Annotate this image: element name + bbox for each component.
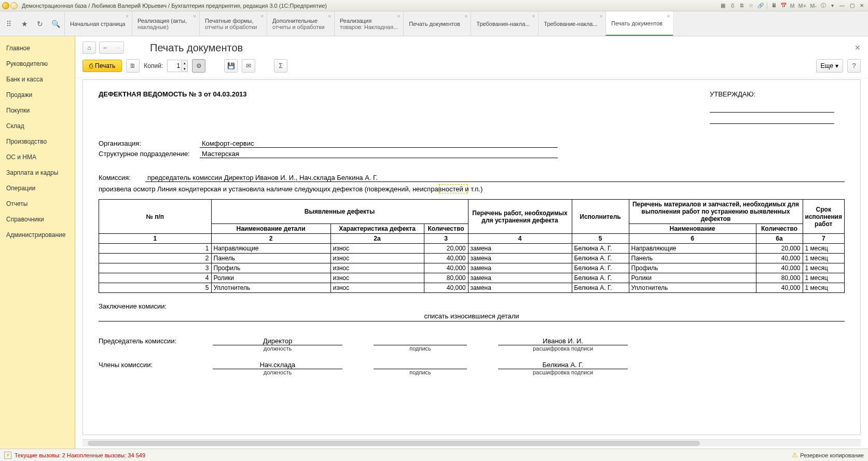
org-value: Комфорт-сервис bbox=[200, 139, 558, 148]
horizontal-scrollbar[interactable] bbox=[82, 439, 861, 446]
examined-text: произвела осмотр Линия кондитерская и ус… bbox=[99, 185, 845, 193]
conclusion-value: списать износившиеся детали bbox=[99, 312, 845, 322]
dep-value: Мастерская bbox=[200, 150, 558, 158]
sidebar-item[interactable]: Операции bbox=[0, 180, 75, 196]
window-title: Демонстрационная база / Любимов Валерий … bbox=[22, 3, 719, 9]
toolbar: ⎙Печать 🗎 Копий: ▲▼ ⚙ 💾 ✉ Σ Еще▾ ? bbox=[75, 56, 868, 78]
preview-button[interactable]: 🗎 bbox=[126, 59, 140, 73]
tabbar: ⠿ ★ ↻ 🔍 ×Начальная страница×Реализация (… bbox=[0, 11, 868, 36]
search-icon[interactable]: 🔍 bbox=[51, 19, 60, 29]
printer-icon: ⎙ bbox=[89, 62, 93, 69]
sum-button[interactable]: Σ bbox=[274, 59, 287, 73]
info-icon[interactable]: ⓘ bbox=[819, 2, 827, 9]
history-icon[interactable]: ↻ bbox=[35, 19, 45, 29]
sidebar-item[interactable]: Производство bbox=[0, 134, 75, 149]
close-page-icon[interactable]: ✕ bbox=[855, 44, 861, 52]
email-button[interactable]: ✉ bbox=[242, 59, 255, 73]
print-button[interactable]: ⎙Печать bbox=[82, 60, 122, 72]
tab-close-icon[interactable]: × bbox=[328, 13, 331, 19]
spin-up[interactable]: ▲ bbox=[181, 60, 187, 66]
table-row: 2Панельизнос40,000заменаБелкина А. Г.Пан… bbox=[99, 254, 845, 263]
star-icon[interactable]: ☆ bbox=[747, 2, 755, 9]
tab[interactable]: ×Реализациятоваров: Накладная... bbox=[334, 11, 403, 36]
mem-m[interactable]: M bbox=[789, 3, 795, 9]
perf-icon[interactable]: ⚡ bbox=[4, 452, 11, 459]
link-icon[interactable]: 🔗 bbox=[756, 2, 764, 9]
sidebar-item[interactable]: Банк и касса bbox=[0, 72, 75, 87]
sidebar-item[interactable]: Руководителю bbox=[0, 56, 75, 72]
back-icon: ← bbox=[100, 44, 112, 51]
org-label: Организация: bbox=[99, 139, 200, 148]
dep-label: Структурное подразделение: bbox=[99, 150, 200, 158]
favorite-icon[interactable]: ★ bbox=[20, 19, 29, 29]
approve-label: УТВЕРЖДАЮ: bbox=[710, 90, 845, 98]
sidebar-item[interactable]: Покупки bbox=[0, 103, 75, 118]
document-area[interactable]: ДЕФЕКТНАЯ ВЕДОМОСТЬ № 3 от 04.03.2013 УТ… bbox=[82, 79, 861, 435]
tab[interactable]: ×Начальная страница bbox=[64, 11, 132, 36]
save-button[interactable]: 💾 bbox=[224, 59, 238, 73]
minimize-button[interactable]: — bbox=[838, 2, 846, 9]
tab-close-icon[interactable]: × bbox=[532, 13, 535, 19]
tab-close-icon[interactable]: × bbox=[193, 13, 196, 19]
close-button[interactable]: ✕ bbox=[858, 2, 866, 9]
copies-label: Копий: bbox=[144, 62, 163, 69]
calc-icon[interactable]: 🖩 bbox=[770, 2, 778, 9]
chairman-label: Председатель комиссии: bbox=[99, 337, 197, 352]
members-label: Члены комиссии: bbox=[99, 361, 197, 375]
sidebar-item[interactable]: Склад bbox=[0, 118, 75, 134]
sidebar-item[interactable]: Справочники bbox=[0, 212, 75, 227]
tab[interactable]: ×Печать документов bbox=[403, 11, 471, 36]
sidebar-item[interactable]: Главное bbox=[0, 40, 75, 56]
comm-label: Комиссия: bbox=[99, 174, 145, 182]
tab[interactable]: ×Реализация (акты,накладные) bbox=[132, 11, 199, 36]
tab[interactable]: ×Дополнительныеотчеты и обработки bbox=[267, 11, 334, 36]
chevron-down-icon: ▾ bbox=[835, 62, 838, 69]
sidebar-item[interactable]: Продажи bbox=[0, 87, 75, 103]
dropdown-icon[interactable]: ▾ bbox=[829, 2, 836, 9]
help-button[interactable]: ? bbox=[847, 59, 861, 73]
backup-status[interactable]: ⚠Резервное копирование bbox=[792, 451, 864, 459]
warning-icon: ⚠ bbox=[792, 451, 798, 459]
doc-icon[interactable]: 🗎 bbox=[738, 2, 746, 9]
mem-mplus[interactable]: M+ bbox=[797, 3, 808, 9]
tab-close-icon[interactable]: × bbox=[600, 13, 603, 19]
sidebar-item[interactable]: ОС и НМА bbox=[0, 149, 75, 165]
app-icon-2 bbox=[10, 2, 18, 9]
more-button[interactable]: Еще▾ bbox=[816, 59, 843, 73]
table-row: 3Профильизнос40,000заменаБелкина А. Г.Пр… bbox=[99, 263, 845, 273]
page-title: Печать документов bbox=[150, 42, 243, 54]
tab[interactable]: ×Требование-накла... bbox=[538, 11, 605, 36]
defects-table: № п/п Выявленные дефекты Перечень работ,… bbox=[99, 199, 845, 293]
sidebar-item[interactable]: Отчеты bbox=[0, 196, 75, 212]
doc-title: ДЕФЕКТНАЯ ВЕДОМОСТЬ № 3 от 04.03.2013 bbox=[99, 90, 247, 98]
tab[interactable]: ×Печать документов bbox=[605, 11, 673, 36]
settings-button[interactable]: ⚙ bbox=[192, 59, 205, 73]
apps-icon[interactable]: ⠿ bbox=[4, 19, 13, 29]
sidebar: ГлавноеРуководителюБанк и кассаПродажиПо… bbox=[0, 36, 75, 449]
table-row: 5Уплотнительизнос40,000заменаБелкина А. … bbox=[99, 283, 845, 293]
statusbar: ⚡ Текущие вызовы: 2 Накопленные вызовы: … bbox=[0, 449, 868, 461]
table-row: 1Направляющиеизнос20,000заменаБелкина А.… bbox=[99, 244, 845, 254]
calendar-icon[interactable]: 📅 bbox=[779, 2, 787, 9]
titlebar: Демонстрационная база / Любимов Валерий … bbox=[0, 0, 868, 11]
comm-value: председатель комиссии Директор Иванов И.… bbox=[145, 174, 845, 182]
spin-down[interactable]: ▼ bbox=[181, 66, 187, 72]
nav-back-forward[interactable]: ←→ bbox=[99, 41, 124, 54]
status-current: Текущие вызовы: 2 Накопленные вызовы: 34… bbox=[15, 452, 145, 458]
mem-mminus[interactable]: M- bbox=[809, 3, 818, 9]
tab-close-icon[interactable]: × bbox=[126, 13, 129, 19]
home-button[interactable]: ⌂ bbox=[82, 41, 96, 54]
maximize-button[interactable]: ▢ bbox=[848, 2, 856, 9]
conclusion-label: Заключение комисии: bbox=[99, 302, 167, 310]
toolbar-icon[interactable]: ▦ bbox=[719, 2, 727, 9]
print-icon[interactable]: ⎙ bbox=[728, 2, 736, 9]
tab[interactable]: ×Требования-накла... bbox=[471, 11, 538, 36]
tab-close-icon[interactable]: × bbox=[260, 13, 264, 19]
tab-close-icon[interactable]: × bbox=[465, 13, 468, 19]
app-icon bbox=[2, 2, 9, 9]
tab-close-icon[interactable]: × bbox=[667, 13, 670, 19]
tab[interactable]: ×Печатные формы,отчеты и обработки bbox=[199, 11, 267, 36]
sidebar-item[interactable]: Администрирование bbox=[0, 227, 75, 243]
tab-close-icon[interactable]: × bbox=[397, 13, 401, 19]
sidebar-item[interactable]: Зарплата и кадры bbox=[0, 165, 75, 180]
